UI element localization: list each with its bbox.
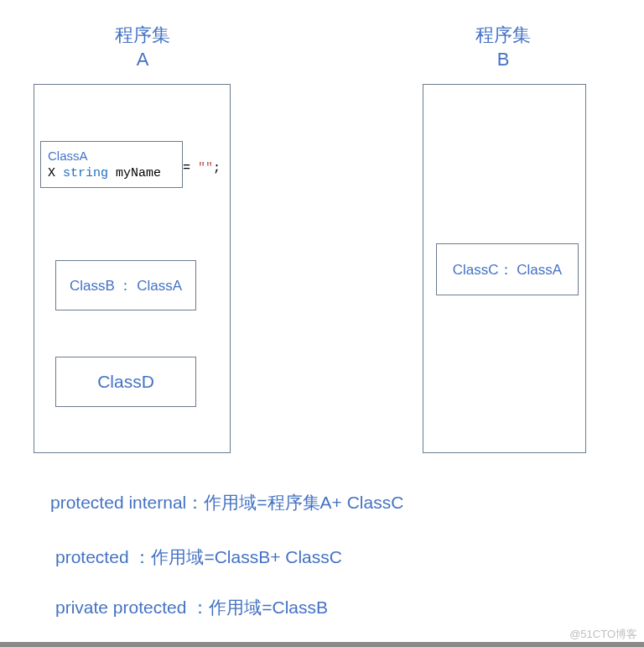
assembly-b-title-line2: B xyxy=(497,49,510,70)
assembly-b-title-line1: 程序集 xyxy=(475,24,531,45)
class-c-label: ClassC： ClassA xyxy=(448,255,567,284)
note-protected: protected ：作用域=ClassB+ ClassC xyxy=(55,545,342,569)
code-semi: ; xyxy=(213,161,221,175)
assembly-a-title-line1: 程序集 xyxy=(115,24,170,45)
code-quote2: " xyxy=(205,161,213,175)
code-assign: = xyxy=(183,161,198,175)
assembly-a-title-line2: A xyxy=(137,49,149,70)
class-a-code-outside: = ""; xyxy=(183,161,221,175)
class-a-name: ClassA xyxy=(48,147,175,164)
note-private-protected: private protected ：作用域=ClassB xyxy=(55,596,328,619)
class-c-box: ClassC： ClassA xyxy=(436,243,579,295)
code-type: string xyxy=(63,166,108,180)
class-b-label: ClassB ： ClassA xyxy=(65,271,187,300)
class-a-code: X string myName xyxy=(48,164,175,182)
class-a-box: ClassA X string myName xyxy=(40,141,183,188)
class-d-box: ClassD xyxy=(55,357,196,407)
class-d-label: ClassD xyxy=(92,367,159,397)
assembly-b-title: 程序集 B xyxy=(453,23,553,71)
code-var: myName xyxy=(108,166,161,180)
class-b-box: ClassB ： ClassA xyxy=(55,260,196,310)
footer-bar xyxy=(0,642,644,647)
watermark: @51CTO博客 xyxy=(569,627,637,642)
diagram-canvas: 程序集 A 程序集 B ClassA X string myName = "";… xyxy=(0,0,644,647)
note-protected-internal: protected internal：作用域=程序集A+ ClassC xyxy=(50,491,403,514)
code-x: X xyxy=(48,166,63,180)
code-quote1: " xyxy=(198,161,205,175)
assembly-a-title: 程序集 A xyxy=(92,23,193,71)
